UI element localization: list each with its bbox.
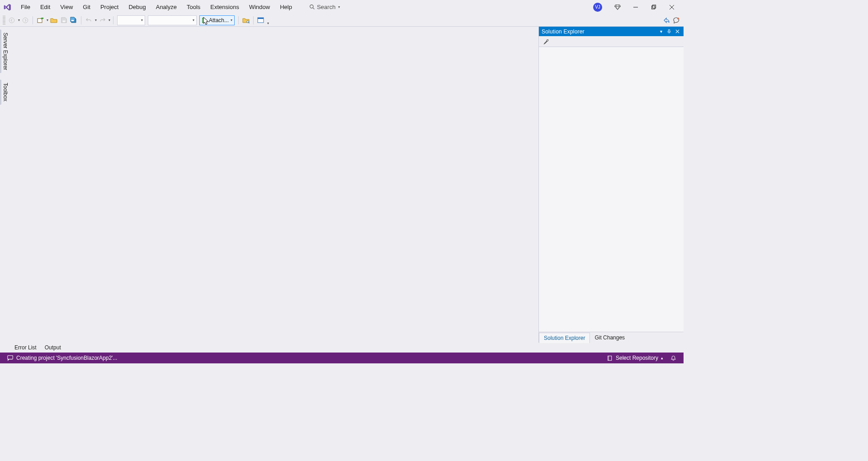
tab-error-list[interactable]: Error List [12, 343, 39, 352]
left-tool-window-tabs: Server Explorer Toolbox [0, 27, 10, 343]
menu-tools[interactable]: Tools [182, 2, 205, 12]
tab-solution-explorer[interactable]: Solution Explorer [539, 333, 590, 343]
svg-point-16 [677, 18, 679, 19]
chevron-down-icon[interactable]: ▾ [267, 21, 269, 25]
solution-explorer-toolbar [539, 36, 684, 47]
save-button[interactable] [59, 15, 68, 25]
menu-file[interactable]: File [16, 2, 35, 12]
svg-rect-4 [653, 5, 656, 8]
user-avatar[interactable]: VJ [593, 3, 602, 12]
menu-bar: File Edit View Git Project Debug Analyze… [0, 0, 684, 14]
live-share-button[interactable] [662, 15, 671, 25]
menu-analyze[interactable]: Analyze [151, 2, 181, 12]
solution-platforms-combo[interactable]: ▾ [148, 15, 197, 25]
find-in-files-button[interactable] [241, 15, 250, 25]
bottom-tool-window-tabs: Error List Output [0, 343, 684, 353]
svg-line-1 [313, 8, 314, 9]
toolbox-tab[interactable]: Toolbox [0, 80, 10, 104]
pin-icon[interactable] [665, 28, 673, 35]
menu-extensions[interactable]: Extensions [206, 2, 244, 12]
search-label: Search [317, 4, 335, 10]
play-icon [202, 18, 207, 23]
solution-explorer-tree[interactable] [539, 47, 684, 332]
solution-explorer-header[interactable]: Solution Explorer ▾ [539, 27, 684, 36]
bell-icon [670, 355, 676, 361]
save-all-button[interactable] [69, 15, 78, 25]
nav-back-button[interactable] [7, 15, 16, 25]
menu-edit[interactable]: Edit [36, 2, 55, 12]
tab-output[interactable]: Output [42, 343, 64, 352]
nav-forward-button[interactable] [21, 15, 30, 25]
panel-title: Solution Explorer [542, 28, 656, 35]
undo-button[interactable] [84, 15, 93, 25]
menu-view[interactable]: View [56, 2, 77, 12]
toolbar-separator [81, 16, 81, 24]
maximize-button[interactable] [648, 2, 659, 13]
diamond-icon[interactable] [612, 2, 623, 13]
svg-point-8 [23, 18, 28, 23]
svg-rect-19 [8, 356, 13, 359]
toolbar-separator [33, 16, 33, 24]
status-bar: Creating project 'SyncfusionBlazorApp2'.… [0, 353, 684, 363]
window-position-dropdown-icon[interactable]: ▾ [657, 28, 665, 35]
properties-button[interactable] [542, 37, 551, 47]
chevron-down-icon: ▾ [231, 18, 232, 22]
visual-studio-logo-icon [3, 3, 12, 12]
new-project-button[interactable] [36, 15, 45, 25]
chevron-down-icon: ▾ [338, 5, 340, 9]
chevron-up-icon: ▴ [661, 356, 663, 360]
svg-rect-10 [62, 20, 65, 22]
attach-to-process-button[interactable]: Attach... ▾ [199, 15, 235, 25]
svg-rect-15 [258, 18, 264, 19]
chevron-down-icon[interactable]: ▾ [95, 18, 97, 22]
search-icon [309, 4, 315, 10]
menu-project[interactable]: Project [96, 2, 123, 12]
solution-configurations-combo[interactable]: ▾ [117, 15, 145, 25]
svg-rect-3 [652, 6, 655, 9]
chevron-down-icon[interactable]: ▾ [18, 18, 20, 22]
chevron-down-icon: ▾ [193, 18, 194, 22]
search-box[interactable]: Search ▾ [307, 3, 343, 11]
notifications-button[interactable] [667, 355, 680, 361]
redo-button[interactable] [98, 15, 107, 25]
attach-label: Attach... [209, 17, 229, 24]
select-repository-button[interactable]: Select Repository ▴ [604, 355, 667, 361]
status-text: Creating project 'SyncfusionBlazorApp2'.… [16, 355, 117, 361]
close-button[interactable] [666, 2, 677, 13]
menu-window[interactable]: Window [245, 2, 274, 12]
toolbar-separator [238, 16, 239, 24]
menu-help[interactable]: Help [275, 2, 297, 12]
svg-point-7 [9, 18, 14, 23]
solution-explorer-panel: Solution Explorer ▾ Solution Explorer Gi… [539, 27, 684, 343]
standard-toolbar: ▾ ▾ ▾ ▾ ▾ ▾ Attach... ▾ ▾ [0, 14, 684, 27]
minimize-button[interactable] [630, 2, 641, 13]
chevron-down-icon[interactable]: ▾ [108, 18, 110, 22]
status-message: Creating project 'SyncfusionBlazorApp2'.… [4, 355, 121, 361]
close-icon[interactable] [674, 28, 681, 35]
toolbar-separator [113, 16, 113, 24]
comment-icon [7, 355, 14, 361]
tab-git-changes[interactable]: Git Changes [590, 333, 629, 343]
server-explorer-tab[interactable]: Server Explorer [0, 29, 10, 73]
menu-debug[interactable]: Debug [124, 2, 150, 12]
toolbar-separator [253, 16, 254, 24]
select-repository-label: Select Repository [616, 355, 658, 361]
main-menu: File Edit View Git Project Debug Analyze… [16, 2, 297, 12]
browser-link-button[interactable] [256, 15, 265, 25]
chevron-down-icon[interactable]: ▾ [47, 18, 48, 22]
menu-git[interactable]: Git [78, 2, 95, 12]
document-well [10, 27, 539, 343]
solution-explorer-tabstrip: Solution Explorer Git Changes [539, 332, 684, 343]
chevron-down-icon: ▾ [141, 18, 143, 22]
repository-icon [607, 355, 613, 361]
svg-point-0 [310, 5, 313, 8]
toolbar-grip-icon[interactable] [3, 16, 5, 25]
feedback-button[interactable] [672, 15, 681, 25]
svg-rect-11 [71, 20, 74, 21]
open-file-button[interactable] [49, 15, 58, 25]
